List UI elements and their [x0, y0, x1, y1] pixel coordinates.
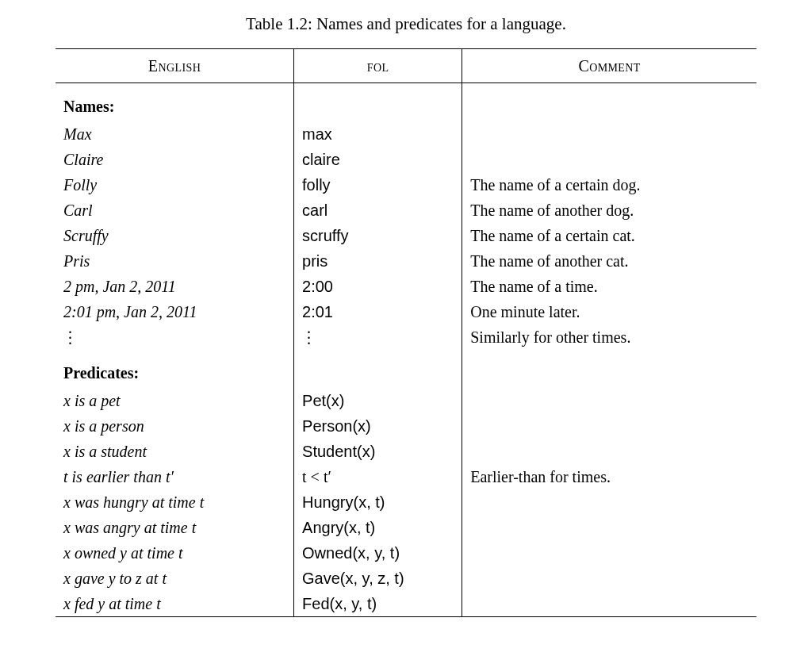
table-row-ellipsis: ... ... Similarly for other times.	[56, 324, 756, 350]
section-label-predicates: Predicates:	[56, 350, 294, 388]
english-cell: x is a student	[56, 439, 294, 464]
english-cell: x was angry at time t	[56, 515, 294, 540]
comment-cell	[462, 566, 756, 591]
english-cell: x was hungry at time t	[56, 489, 294, 515]
ellipsis-cell: ...	[56, 324, 294, 350]
comment-cell: One minute later.	[462, 299, 756, 324]
fol-cell: claire	[294, 147, 462, 172]
table-row: x is a pet Pet(x)	[56, 388, 756, 413]
col-header-fol: fol	[294, 49, 462, 83]
cell-empty	[294, 83, 462, 122]
english-cell: Folly	[56, 172, 294, 198]
section-row-predicates: Predicates:	[56, 350, 756, 388]
table-row: x was angry at time t Angry(x, t)	[56, 515, 756, 540]
english-cell: 2 pm, Jan 2, 2011	[56, 274, 294, 299]
english-cell: t is earlier than t′	[56, 464, 294, 489]
comment-cell	[462, 388, 756, 413]
english-cell: Max	[56, 121, 294, 147]
col-header-english: English	[56, 49, 294, 83]
fol-cell: pris	[294, 248, 462, 274]
fol-cell: t < t′	[294, 464, 462, 489]
table-row: Claire claire	[56, 147, 756, 172]
fol-cell: Fed(x, y, t)	[294, 591, 462, 617]
comment-cell	[462, 439, 756, 464]
table-row: x fed y at time t Fed(x, y, t)	[56, 591, 756, 617]
section-row-names: Names:	[56, 83, 756, 122]
fol-cell: folly	[294, 172, 462, 198]
comment-cell	[462, 121, 756, 147]
cell-empty	[294, 350, 462, 388]
table-row: x was hungry at time t Hungry(x, t)	[56, 489, 756, 515]
table-row: x gave y to z at t Gave(x, y, z, t)	[56, 566, 756, 591]
fol-cell: Angry(x, t)	[294, 515, 462, 540]
table-row: Scruffy scruffy The name of a certain ca…	[56, 223, 756, 248]
table-row: t is earlier than t′ t < t′ Earlier-than…	[56, 464, 756, 489]
fol-cell: Owned(x, y, t)	[294, 540, 462, 566]
fol-cell: 2:00	[294, 274, 462, 299]
comment-cell: The name of a certain dog.	[462, 172, 756, 198]
comment-cell	[462, 413, 756, 439]
vdots-icon: ...	[63, 325, 72, 342]
fol-cell: Person(x)	[294, 413, 462, 439]
english-cell: x fed y at time t	[56, 591, 294, 617]
english-cell: x is a pet	[56, 388, 294, 413]
table-row: Pris pris The name of another cat.	[56, 248, 756, 274]
fol-cell: Gave(x, y, z, t)	[294, 566, 462, 591]
comment-cell: The name of a certain cat.	[462, 223, 756, 248]
col-header-comment: Comment	[462, 49, 756, 83]
table-row: x owned y at time t Owned(x, y, t)	[56, 540, 756, 566]
vdots-icon: ...	[302, 325, 311, 342]
fol-cell: scruffy	[294, 223, 462, 248]
section-label-names: Names:	[56, 83, 294, 122]
english-cell: x owned y at time t	[56, 540, 294, 566]
names-predicates-table: English fol Comment Names: Max max Clair…	[56, 48, 756, 617]
fol-cell: carl	[294, 198, 462, 223]
cell-empty	[462, 83, 756, 122]
table-row: x is a person Person(x)	[56, 413, 756, 439]
table-row: x is a student Student(x)	[56, 439, 756, 464]
table-row: 2:01 pm, Jan 2, 2011 2:01 One minute lat…	[56, 299, 756, 324]
comment-cell	[462, 489, 756, 515]
table-caption: Table 1.2: Names and predicates for a la…	[56, 14, 756, 34]
english-cell: Pris	[56, 248, 294, 274]
comment-cell: Similarly for other times.	[462, 324, 756, 350]
comment-cell: The name of another dog.	[462, 198, 756, 223]
table-header-row: English fol Comment	[56, 49, 756, 83]
english-cell: Carl	[56, 198, 294, 223]
comment-cell	[462, 591, 756, 617]
fol-cell: Student(x)	[294, 439, 462, 464]
table-row: Folly folly The name of a certain dog.	[56, 172, 756, 198]
page: Table 1.2: Names and predicates for a la…	[0, 0, 812, 641]
table-row: Max max	[56, 121, 756, 147]
comment-cell	[462, 515, 756, 540]
comment-cell: The name of a time.	[462, 274, 756, 299]
english-cell: 2:01 pm, Jan 2, 2011	[56, 299, 294, 324]
english-cell: x gave y to z at t	[56, 566, 294, 591]
comment-cell	[462, 147, 756, 172]
comment-cell: The name of another cat.	[462, 248, 756, 274]
fol-cell: 2:01	[294, 299, 462, 324]
fol-cell: Pet(x)	[294, 388, 462, 413]
ellipsis-cell: ...	[294, 324, 462, 350]
comment-cell	[462, 540, 756, 566]
table-row: Carl carl The name of another dog.	[56, 198, 756, 223]
english-cell: Scruffy	[56, 223, 294, 248]
fol-cell: Hungry(x, t)	[294, 489, 462, 515]
table-row: 2 pm, Jan 2, 2011 2:00 The name of a tim…	[56, 274, 756, 299]
comment-cell: Earlier-than for times.	[462, 464, 756, 489]
english-cell: Claire	[56, 147, 294, 172]
cell-empty	[462, 350, 756, 388]
english-cell: x is a person	[56, 413, 294, 439]
fol-cell: max	[294, 121, 462, 147]
